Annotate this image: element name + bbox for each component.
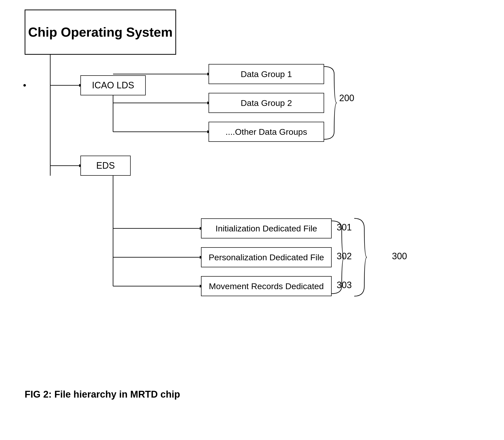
- label-302: 302: [337, 251, 352, 262]
- cos-label: Chip Operating System: [28, 24, 173, 40]
- label-300: 300: [392, 251, 407, 262]
- data-group-2-label: Data Group 2: [241, 98, 292, 108]
- label-303: 303: [337, 280, 352, 290]
- init-dedicated-file-label: Initialization Dedicated File: [216, 224, 317, 233]
- icao-label: ICAO LDS: [92, 80, 134, 91]
- label-301: 301: [337, 222, 352, 233]
- label-200: 200: [339, 93, 354, 103]
- movement-records-box: Movement Records Dedicated: [201, 276, 332, 296]
- movement-records-label: Movement Records Dedicated: [209, 281, 324, 291]
- personalization-dedicated-file-label: Personalization Dedicated File: [209, 253, 324, 262]
- init-dedicated-file-box: Initialization Dedicated File: [201, 218, 332, 238]
- other-data-groups-label: ....Other Data Groups: [225, 127, 307, 137]
- data-group-1-box: Data Group 1: [209, 64, 324, 84]
- eds-label: EDS: [96, 160, 115, 171]
- diagram: Chip Operating System ICAO LDS EDS Data …: [0, 0, 504, 440]
- eds-box: EDS: [80, 156, 131, 176]
- icao-box: ICAO LDS: [80, 75, 146, 95]
- svg-point-19: [23, 84, 26, 87]
- figure-caption: FIG 2: File hierarchy in MRTD chip: [25, 389, 180, 400]
- data-group-2-box: Data Group 2: [209, 93, 324, 113]
- data-group-1-label: Data Group 1: [241, 69, 292, 79]
- other-data-groups-box: ....Other Data Groups: [209, 122, 324, 142]
- cos-box: Chip Operating System: [25, 10, 176, 55]
- personalization-dedicated-file-box: Personalization Dedicated File: [201, 247, 332, 267]
